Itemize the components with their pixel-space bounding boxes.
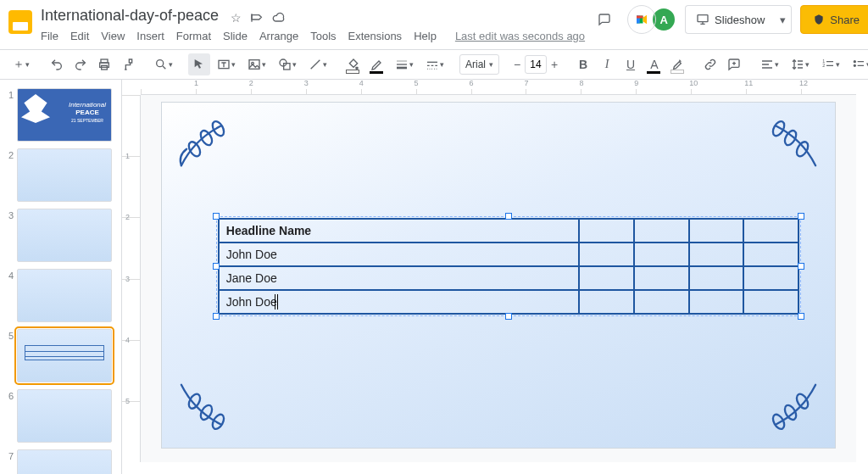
underline-button[interactable]: U [620, 53, 642, 75]
slide-thumb-row[interactable]: 2 [0, 145, 121, 205]
table-cell[interactable] [743, 243, 798, 266]
select-tool[interactable] [188, 53, 210, 75]
font-size-input[interactable] [525, 55, 547, 74]
star-icon[interactable]: ☆ [231, 11, 242, 25]
font-family-select[interactable]: Arial ▾ [459, 54, 499, 75]
table-cell[interactable] [689, 219, 744, 243]
print-button[interactable] [93, 53, 115, 75]
image-tool[interactable]: ▾ [242, 53, 271, 75]
border-dash-button[interactable]: ▾ [420, 53, 449, 75]
undo-button[interactable] [46, 53, 68, 75]
slide-viewport[interactable]: Headline NameJohn DoeJane DoeJohn Doe [141, 95, 856, 462]
menu-edit[interactable]: Edit [65, 28, 94, 44]
slide-thumbnail[interactable]: InternationalPEACE21 SEPTEMBER [17, 88, 112, 142]
share-button[interactable]: Share [800, 5, 868, 34]
font-size-decrease[interactable]: − [509, 55, 525, 74]
slide-thumbnail[interactable] [17, 389, 112, 443]
textbox-tool[interactable]: ▾ [212, 53, 241, 75]
align-button[interactable]: ▾ [755, 53, 784, 75]
slideshow-button[interactable]: Slideshow [685, 5, 775, 34]
slide-thumb-row[interactable]: 6 [0, 386, 121, 446]
menu-arrange[interactable]: Arrange [254, 28, 303, 44]
slide-thumb-row[interactable]: 3 [0, 205, 121, 265]
resize-handle-w-icon[interactable] [213, 263, 220, 270]
slide-thumb-row[interactable]: 1InternationalPEACE21 SEPTEMBER [0, 85, 121, 145]
table-cell[interactable]: John Doe [219, 243, 579, 266]
resize-handle-ne-icon[interactable] [798, 213, 804, 220]
resize-handle-e-icon[interactable] [798, 263, 804, 270]
slide-table[interactable]: Headline NameJohn DoeJane DoeJohn Doe [218, 218, 799, 315]
menu-insert[interactable]: Insert [131, 28, 170, 44]
table-cell[interactable] [634, 219, 689, 243]
document-title[interactable]: International-day-of-peace [36, 5, 224, 26]
table-cell[interactable]: Headline Name [219, 219, 579, 243]
slide-thumbnail[interactable] [17, 449, 112, 474]
table-cell[interactable] [579, 266, 634, 290]
table-cell[interactable] [634, 290, 689, 314]
redo-button[interactable] [70, 53, 92, 75]
font-size-increase[interactable]: + [547, 55, 562, 74]
table-cell[interactable] [634, 243, 689, 266]
table-cell[interactable]: Jane Doe [219, 266, 579, 290]
meet-button[interactable] [627, 5, 656, 34]
slide-thumbnail[interactable] [17, 329, 112, 382]
table-cell[interactable] [689, 266, 744, 290]
menu-extensions[interactable]: Extensions [343, 28, 408, 44]
table-cell[interactable] [579, 290, 634, 314]
menu-tools[interactable]: Tools [305, 28, 341, 44]
table-cell[interactable] [579, 219, 634, 243]
border-weight-button[interactable]: ▾ [390, 53, 419, 75]
menu-help[interactable]: Help [409, 28, 442, 44]
table-cell[interactable] [689, 290, 744, 314]
menu-format[interactable]: Format [171, 28, 216, 44]
bold-button[interactable]: B [572, 53, 594, 75]
slide-thumbnail[interactable] [17, 148, 112, 202]
filmstrip[interactable]: 1InternationalPEACE21 SEPTEMBER2345678 [0, 80, 122, 474]
table-cell[interactable] [743, 290, 798, 314]
border-color-button[interactable] [366, 53, 388, 75]
line-tool[interactable]: ▾ [303, 53, 332, 75]
resize-handle-nw-icon[interactable] [213, 213, 220, 220]
last-edit-link[interactable]: Last edit was seconds ago [450, 28, 590, 44]
slide-thumbnail[interactable] [17, 269, 112, 322]
add-comment-button[interactable] [723, 53, 745, 75]
table-cell[interactable] [743, 266, 798, 290]
bulleted-list-button[interactable]: ▾ [847, 53, 868, 75]
ruler-vertical[interactable]: 12345 [122, 95, 141, 462]
text-color-button[interactable]: A [643, 53, 665, 75]
app-icon[interactable] [8, 7, 32, 37]
slideshow-dropdown[interactable]: ▾ [775, 5, 792, 34]
new-slide-button[interactable]: ＋▾ [7, 53, 36, 75]
table-selection-box[interactable]: Headline NameJohn DoeJane DoeJohn Doe [216, 216, 801, 316]
resize-handle-n-icon[interactable] [505, 213, 512, 220]
table-cell[interactable] [689, 243, 744, 266]
fill-color-button[interactable] [342, 53, 364, 75]
table-cell[interactable]: John Doe [219, 290, 579, 314]
italic-button[interactable]: I [596, 53, 618, 75]
resize-handle-sw-icon[interactable] [213, 313, 220, 320]
slide-thumb-row[interactable]: 7 [0, 446, 121, 474]
paint-format-button[interactable] [117, 53, 139, 75]
highlight-color-button[interactable] [667, 53, 689, 75]
line-spacing-button[interactable]: ▾ [786, 53, 815, 75]
slide-thumb-row[interactable]: 4 [0, 265, 121, 326]
zoom-button[interactable]: ▾ [149, 53, 178, 75]
slide-canvas[interactable]: Headline NameJohn DoeJane DoeJohn Doe [162, 103, 834, 448]
menu-file[interactable]: File [36, 28, 64, 44]
menu-slide[interactable]: Slide [218, 28, 253, 44]
table-cell[interactable] [743, 219, 798, 243]
resize-handle-se-icon[interactable] [798, 313, 804, 320]
ruler-horizontal[interactable]: 123456789101112 [141, 80, 856, 95]
resize-handle-s-icon[interactable] [505, 313, 512, 320]
comment-history-button[interactable] [590, 5, 619, 34]
insert-link-button[interactable] [699, 53, 721, 75]
numbered-list-button[interactable]: 12▾ [816, 53, 845, 75]
shape-tool[interactable]: ▾ [273, 53, 302, 75]
slide-thumb-row[interactable]: 5 [0, 326, 121, 386]
menu-view[interactable]: View [96, 28, 130, 44]
move-icon[interactable] [250, 11, 264, 25]
table-cell[interactable] [579, 243, 634, 266]
table-cell[interactable] [634, 266, 689, 290]
cloud-status-icon[interactable] [272, 11, 286, 25]
slide-thumbnail[interactable] [17, 209, 112, 262]
